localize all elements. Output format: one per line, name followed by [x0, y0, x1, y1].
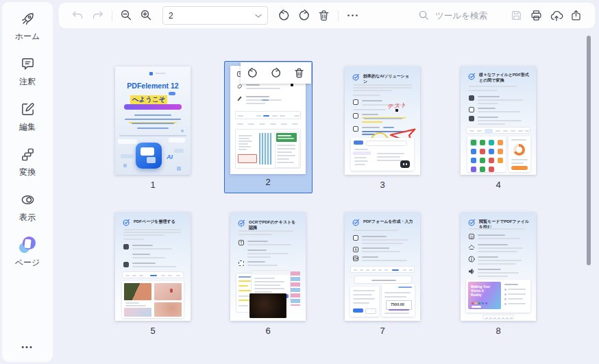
invoice-preview: 7500.00: [382, 284, 415, 317]
rocket-icon: [19, 10, 36, 27]
rotate-right-button[interactable]: [267, 65, 284, 82]
form-amount-value: 7500.00: [391, 302, 404, 306]
page-number-2: 2: [230, 177, 306, 187]
rotate-left-button[interactable]: [274, 5, 294, 25]
form-header-preview: [354, 276, 412, 284]
toolbar-divider: [112, 10, 112, 21]
redo-button[interactable]: [88, 5, 108, 25]
area-recognition-icon: [239, 260, 244, 266]
sidebar-item-annotate[interactable]: 注釈: [19, 56, 36, 88]
rotate-left-button[interactable]: [244, 65, 260, 82]
delete-page-button[interactable]: [314, 5, 334, 25]
check-circle-icon: [123, 219, 130, 226]
page-cell-1: PDFelement 12 へようこそ AI 1: [115, 66, 191, 190]
check-circle-icon: [468, 73, 476, 80]
search-tool-icon: [353, 126, 358, 132]
chevron-down-icon: [255, 13, 262, 19]
welcome-banner: [124, 104, 182, 110]
convert-progress-preview: [509, 136, 530, 172]
page-thumbnail-1[interactable]: PDFelement 12 へようこそ AI: [115, 66, 191, 175]
share-button[interactable]: [566, 5, 586, 25]
zoom-out-button[interactable]: [117, 5, 136, 25]
info-icon: [468, 256, 475, 263]
pager-strip-preview: [482, 315, 514, 319]
mini-toolbar-preview: [350, 266, 415, 273]
more-options-button[interactable]: [343, 5, 363, 25]
page-thumbnail-6[interactable]: OCRでPDFのテキストを認識 T: [230, 213, 306, 321]
format-grid-preview: [467, 136, 506, 172]
poster-preview: Making Your Vision A Reality: [468, 282, 501, 309]
mini-toolbar-preview: [466, 127, 530, 134]
sidebar: ホーム 注釈 編集 変換: [2, 2, 53, 362]
page-hover-toolbar: [241, 62, 311, 84]
dark-mode-icon: [468, 243, 475, 250]
quality-icon: [469, 116, 474, 121]
page-number-4: 4: [461, 180, 536, 190]
reading-mode-preview: Making Your Vision A Reality: [466, 280, 530, 313]
page-cell-8: 閲覧モードでPDFファイルを読む ▥ Making Your Vision A …: [461, 213, 536, 336]
sidebar-item-label: ページ: [15, 257, 40, 269]
page-thumbnail-8[interactable]: 閲覧モードでPDFファイルを読む ▥ Making Your Vision A …: [461, 213, 536, 321]
sidebar-item-label: 編集: [19, 121, 36, 133]
save-button[interactable]: [506, 5, 526, 25]
cloud-upload-button[interactable]: [546, 5, 566, 25]
page-number-7: 7: [345, 326, 420, 336]
page7-title: PDFフォームを作成・入力: [363, 219, 414, 225]
color-doc-preview: [291, 271, 300, 306]
check-circle-icon: [352, 219, 360, 226]
toolbar: 2: [59, 3, 595, 28]
sidebar-item-edit[interactable]: 編集: [19, 101, 36, 133]
toolbar-divider: [338, 10, 339, 21]
page5-title: PDFページを整理する: [134, 219, 184, 225]
pen-icon: [236, 95, 243, 101]
page-cell-5: PDFページを整理する 5: [115, 213, 191, 336]
page-number-select-value: 2: [169, 11, 173, 21]
sidebar-item-page[interactable]: ページ: [15, 236, 40, 269]
page3-title: 効率的なAIソリューション: [363, 74, 413, 84]
print-button[interactable]: [526, 5, 546, 25]
delete-page-button[interactable]: [291, 65, 308, 82]
sidebar-more-button[interactable]: •••: [21, 343, 34, 351]
page-thumbnail-5[interactable]: PDFページを整理する: [115, 213, 191, 321]
page-thumbnail-3[interactable]: 効率的なAIソリューション テスト: [345, 66, 420, 175]
undo-button[interactable]: [68, 5, 88, 25]
page-cell-6: OCRでPDFのテキストを認識 T: [230, 213, 306, 336]
selected-page-container[interactable]: T: [224, 61, 313, 193]
tool-search-input[interactable]: [434, 10, 501, 21]
eye-icon: [19, 191, 36, 208]
rotate-right-button[interactable]: [294, 5, 314, 25]
page-cell-4: 様々なファイルとPDF形式との間で変換: [461, 66, 536, 190]
mini-toolbar-preview: [122, 271, 184, 278]
page-number-select[interactable]: 2: [162, 6, 268, 25]
page-organizer-preview: [122, 281, 184, 318]
check-circle-icon: [468, 219, 476, 226]
fill-form-icon: OK: [353, 256, 358, 261]
sidebar-item-label: 注釈: [19, 76, 36, 88]
check-circle-icon: [352, 73, 360, 81]
sidebar-item-view[interactable]: 表示: [19, 191, 36, 223]
zoom-in-button[interactable]: [136, 5, 156, 25]
page-number-3: 3: [345, 180, 420, 190]
form-data-icon: [353, 235, 358, 241]
page-number-6: 6: [230, 326, 306, 336]
edit-icon: [19, 101, 36, 117]
sidebar-item-label: ホーム: [15, 31, 40, 43]
page-thumbnail-7[interactable]: PDFフォームを作成・入力 A OK: [345, 213, 420, 321]
sidebar-item-home[interactable]: ホーム: [15, 10, 40, 43]
replace-pages-icon: [123, 262, 129, 267]
welcome-title: PDFelement 12: [115, 82, 191, 90]
poster-text: Making Your Vision A Reality: [471, 285, 494, 298]
sidebar-item-convert[interactable]: 変換: [19, 146, 36, 178]
page6-title: OCRでPDFのテキストを認識: [249, 220, 300, 230]
pdfelement-app-icon: [136, 143, 162, 169]
page-thumbnail-4[interactable]: 様々なファイルとPDF形式との間で変換: [461, 66, 536, 175]
sidebar-item-label: 変換: [19, 167, 36, 178]
page-gradient-icon: [19, 236, 36, 253]
handwriting-annotation: テスト: [387, 101, 407, 112]
page-layout-icon: ▥: [469, 234, 474, 239]
vertical-scrollbar[interactable]: [587, 36, 591, 265]
convert-icon: [19, 146, 36, 162]
link-icon: [236, 83, 243, 89]
organize-pages-icon: [123, 244, 129, 250]
ai-panel-preview: [351, 138, 414, 171]
